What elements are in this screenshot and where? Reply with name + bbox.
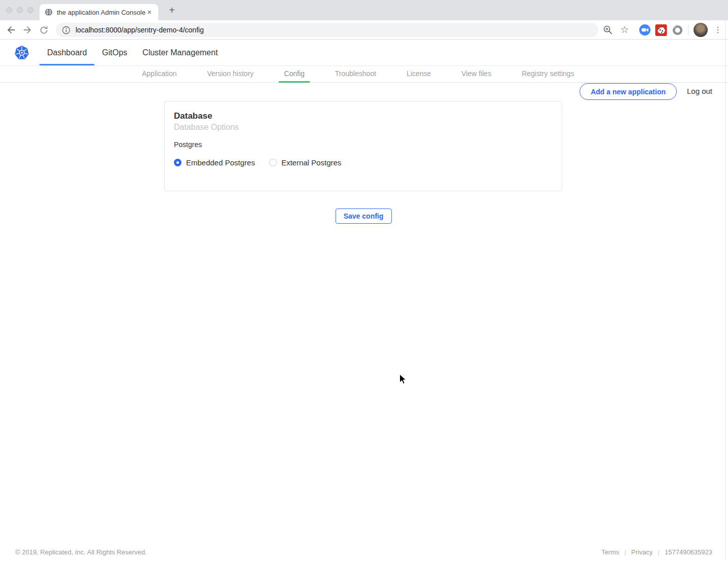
new-tab-button[interactable]: +: [166, 5, 178, 17]
tab-version-history[interactable]: Version history: [202, 66, 259, 83]
mouse-cursor: [399, 374, 407, 387]
back-button[interactable]: [5, 24, 17, 36]
copyright-text: © 2019, Replicated, Inc. All Rights Rese…: [15, 548, 147, 556]
bookmark-star-icon[interactable]: ☆: [618, 24, 631, 36]
config-item-label: Postgres: [174, 141, 553, 149]
tab-config[interactable]: Config: [279, 66, 309, 83]
logout-link[interactable]: Log out: [687, 87, 712, 95]
toolbar-divider: [688, 25, 688, 35]
browser-tab-strip: the application Admin Console × +: [0, 0, 728, 20]
config-group-card: Database Database Options Postgres Embed…: [164, 101, 562, 191]
browser-menu-icon[interactable]: ⋮: [713, 24, 723, 36]
reload-button[interactable]: [38, 24, 50, 36]
build-id-text: 1577490635923: [665, 548, 712, 556]
red-extension-icon[interactable]: [655, 24, 667, 36]
tab-license[interactable]: License: [402, 66, 436, 83]
window-maximize-button[interactable]: [27, 7, 33, 13]
video-call-extension-icon[interactable]: [639, 24, 651, 36]
app-footer: © 2019, Replicated, Inc. All Rights Rese…: [15, 548, 712, 556]
config-group-subtitle: Database Options: [174, 123, 553, 132]
tab-registry-settings[interactable]: Registry settings: [517, 66, 579, 83]
app-navbar: Dashboard GitOps Cluster Management Add …: [0, 40, 728, 66]
window-close-button[interactable]: [6, 7, 12, 13]
radio-selected-icon[interactable]: [174, 159, 181, 166]
globe-favicon-icon: [45, 8, 53, 16]
footer-links: Terms | Privacy | 1577490635923: [601, 548, 712, 556]
privacy-link[interactable]: Privacy: [631, 548, 653, 556]
tab-close-icon[interactable]: ×: [145, 8, 153, 16]
zoom-page-icon[interactable]: [602, 24, 614, 36]
tab-troubleshoot[interactable]: Troubleshoot: [330, 66, 381, 83]
add-application-button[interactable]: Add a new application: [579, 83, 677, 100]
window-right-edge: [725, 0, 725, 561]
terms-link[interactable]: Terms: [601, 548, 619, 556]
nav-item-dashboard[interactable]: Dashboard: [40, 40, 94, 65]
primary-nav: Dashboard GitOps Cluster Management: [40, 40, 226, 65]
save-config-button[interactable]: Save config: [336, 208, 392, 224]
radio-option-embedded-postgres[interactable]: Embedded Postgres: [174, 158, 255, 167]
forward-button[interactable]: [21, 24, 33, 36]
radio-option-external-postgres[interactable]: External Postgres: [269, 158, 341, 167]
window-controls[interactable]: [6, 7, 33, 13]
browser-tab[interactable]: the application Admin Console ×: [40, 4, 158, 20]
radio-unselected-icon[interactable]: [269, 159, 277, 166]
footer-divider: |: [625, 548, 626, 556]
profile-avatar[interactable]: [694, 23, 708, 37]
tab-title: the application Admin Console: [57, 9, 145, 16]
gray-ring-extension-icon[interactable]: [671, 24, 683, 36]
page-info-icon[interactable]: [62, 26, 70, 34]
window-minimize-button[interactable]: [17, 7, 23, 13]
tab-view-files[interactable]: View files: [456, 66, 496, 83]
app-subnav: Application Version history Config Troub…: [0, 66, 728, 83]
nav-item-gitops[interactable]: GitOps: [94, 40, 135, 65]
footer-divider: |: [658, 548, 660, 556]
tab-application[interactable]: Application: [137, 66, 182, 83]
nav-item-cluster-management[interactable]: Cluster Management: [135, 40, 226, 65]
kubernetes-logo-icon: [14, 45, 29, 60]
radio-group: Embedded Postgres External Postgres: [174, 158, 553, 167]
url-text: localhost:8000/app/sentry-demo-4/config: [76, 26, 204, 34]
address-bar[interactable]: localhost:8000/app/sentry-demo-4/config: [56, 23, 598, 37]
config-group-title: Database: [174, 111, 553, 121]
